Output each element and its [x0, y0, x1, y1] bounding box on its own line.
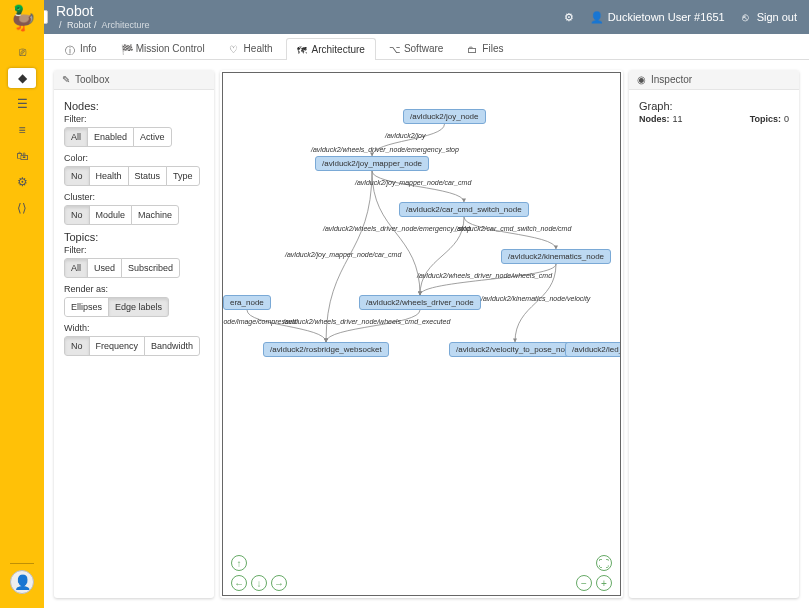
- topics-width-frequency[interactable]: Frequency: [89, 336, 146, 356]
- nodes-filter-all[interactable]: All: [64, 127, 88, 147]
- crumb-robot[interactable]: Robot: [67, 20, 91, 30]
- graph-edge-label: /avlduck2/joy_mapper_node/car_cmd: [285, 251, 401, 258]
- rail-item-5[interactable]: 🛍: [8, 146, 36, 166]
- topics-filter-subscribed[interactable]: Subscribed: [121, 258, 180, 278]
- heart-icon: ♡: [229, 44, 239, 54]
- gear-icon[interactable]: ⚙: [562, 10, 576, 24]
- graph-canvas-panel: ↑ ← ↓ → ⛶ − +: [220, 70, 623, 598]
- nodes-color-type[interactable]: Type: [166, 166, 200, 186]
- graph-edge-label: /avlduck2/car_cmd_switch_node/cmd: [455, 225, 571, 232]
- dashboard-icon: 🏁: [121, 44, 131, 54]
- nodes-filter-label: Filter:: [64, 114, 204, 124]
- topics-filter-label: Filter:: [64, 245, 204, 255]
- topics-render-edgelabels[interactable]: Edge labels: [108, 297, 169, 317]
- canvas-btn-zoom-out[interactable]: −: [576, 575, 592, 591]
- code-icon: ⌥: [389, 44, 399, 54]
- rail-item-settings[interactable]: ⚙: [8, 172, 36, 192]
- graph-node-kinematics[interactable]: /avlduck2/kinematics_node: [501, 249, 611, 264]
- graph-node-wheels_driver[interactable]: /avlduck2/wheels_driver_node: [359, 295, 481, 310]
- rail-item-1[interactable]: ⎚: [8, 42, 36, 62]
- inspector-topics-val: 0: [784, 114, 789, 124]
- canvas-btn-up[interactable]: ↑: [231, 555, 247, 571]
- logo[interactable]: 🦆: [4, 2, 40, 34]
- nodes-cluster-machine[interactable]: Machine: [131, 205, 179, 225]
- graph-node-velocity[interactable]: /avlduck2/velocity_to_pose_node: [449, 342, 581, 357]
- folder-icon: 🗀: [467, 44, 477, 54]
- page-header: ▸ Robot / Robot/ Architecture ⚙ 👤Duckiet…: [44, 0, 809, 34]
- nodes-color-health[interactable]: Health: [89, 166, 129, 186]
- user-icon: 👤: [590, 10, 604, 24]
- crumb-architecture: Architecture: [102, 20, 150, 30]
- topics-filter-group: All Used Subscribed: [64, 258, 204, 278]
- graph-node-car_cmd[interactable]: /avlduck2/car_cmd_switch_node: [399, 202, 529, 217]
- inspector-header: ◉Inspector: [629, 70, 799, 90]
- rail-item-4[interactable]: ≡: [8, 120, 36, 140]
- topics-filter-all[interactable]: All: [64, 258, 88, 278]
- inspector-topics-key: Topics:: [750, 114, 781, 124]
- canvas-btn-zoom-in[interactable]: +: [596, 575, 612, 591]
- inspector-nodes-key: Nodes:: [639, 114, 670, 124]
- nodes-cluster-module[interactable]: Module: [89, 205, 133, 225]
- graph-node-era[interactable]: era_node: [223, 295, 271, 310]
- topics-filter-used[interactable]: Used: [87, 258, 122, 278]
- eye-icon: ◉: [637, 74, 646, 85]
- page-title: Robot: [56, 3, 150, 20]
- nodes-color-no[interactable]: No: [64, 166, 90, 186]
- nodes-filter-enabled[interactable]: Enabled: [87, 127, 134, 147]
- nodes-color-group: No Health Status Type: [64, 166, 204, 186]
- nodes-cluster-no[interactable]: No: [64, 205, 90, 225]
- nodes-cluster-label: Cluster:: [64, 192, 204, 202]
- tab-health[interactable]: ♡Health: [218, 37, 284, 59]
- graph-edge-label: /avlduck2/joy: [385, 132, 425, 139]
- nodes-filter-active[interactable]: Active: [133, 127, 172, 147]
- tab-info[interactable]: ⓘInfo: [54, 37, 108, 59]
- graph-edge-label: /avlduck2/wheels_driver_node/emergency_s…: [323, 225, 471, 232]
- left-rail: 🦆 ⎚ ◆ ☰ ≡ 🛍 ⚙ ⟨⟩ 👤: [0, 0, 44, 608]
- canvas-btn-right[interactable]: →: [271, 575, 287, 591]
- graph-node-rosbridge[interactable]: /avlduck2/rosbridge_websocket: [263, 342, 389, 357]
- toolbox-header: ✎Toolbox: [54, 70, 214, 90]
- breadcrumb: / Robot/ Architecture: [56, 20, 150, 31]
- rail-item-3[interactable]: ☰: [8, 94, 36, 114]
- canvas-controls-right: ⛶ − +: [576, 555, 612, 591]
- canvas-btn-left[interactable]: ←: [231, 575, 247, 591]
- topics-render-group: Ellipses Edge labels: [64, 297, 204, 317]
- nodes-filter-group: All Enabled Active: [64, 127, 204, 147]
- tab-architecture[interactable]: 🗺Architecture: [286, 38, 376, 60]
- sidebar-toggle[interactable]: ▸: [44, 10, 48, 24]
- graph-node-joy_node[interactable]: /avlduck2/joy_node: [403, 109, 486, 124]
- wrench-icon: ✎: [62, 74, 70, 85]
- tab-files[interactable]: 🗀Files: [456, 37, 514, 59]
- topics-width-group: No Frequency Bandwidth: [64, 336, 204, 356]
- canvas-controls-left: ↑ ← ↓ →: [231, 555, 287, 591]
- tab-mission[interactable]: 🏁Mission Control: [110, 37, 216, 59]
- graph-canvas[interactable]: ↑ ← ↓ → ⛶ − +: [222, 72, 621, 596]
- rail-divider: [10, 563, 34, 564]
- user-menu[interactable]: 👤Duckietown User #1651: [590, 10, 725, 24]
- canvas-btn-fit[interactable]: ⛶: [596, 555, 612, 571]
- toolbox-panel: ✎Toolbox Nodes: Filter: All Enabled Acti…: [54, 70, 214, 598]
- graph-edge-label: /avlduck2/wheels_driver_node/wheels_cmd_…: [283, 318, 450, 325]
- rail-item-robot[interactable]: ◆: [8, 68, 36, 88]
- nodes-color-status[interactable]: Status: [128, 166, 168, 186]
- topics-render-ellipses[interactable]: Ellipses: [64, 297, 109, 317]
- topics-width-bandwidth[interactable]: Bandwidth: [144, 336, 200, 356]
- rail-item-code[interactable]: ⟨⟩: [8, 198, 36, 218]
- content: ✎Toolbox Nodes: Filter: All Enabled Acti…: [44, 60, 809, 608]
- avatar[interactable]: 👤: [10, 570, 34, 594]
- topics-section-title: Topics:: [64, 231, 204, 243]
- sitemap-icon: 🗺: [297, 45, 307, 55]
- graph-node-led[interactable]: /avlduck2/led_emitter_: [565, 342, 621, 357]
- signout-button[interactable]: ⎋Sign out: [739, 10, 797, 24]
- inspector-graph-title: Graph:: [639, 100, 789, 112]
- graph-edge-label: /avlduck2/wheels_driver_node/wheels_cmd: [417, 272, 552, 279]
- graph-node-joy_mapper[interactable]: /avlduck2/joy_mapper_node: [315, 156, 429, 171]
- nodes-cluster-group: No Module Machine: [64, 205, 204, 225]
- inspector-panel: ◉Inspector Graph: Nodes:11 Topics:0: [629, 70, 799, 598]
- canvas-btn-down[interactable]: ↓: [251, 575, 267, 591]
- topics-width-no[interactable]: No: [64, 336, 90, 356]
- graph-edge-label: /avlduck2/kinematics_node/velocity: [481, 295, 590, 302]
- tab-software[interactable]: ⌥Software: [378, 37, 454, 59]
- topics-width-label: Width:: [64, 323, 204, 333]
- topics-render-label: Render as:: [64, 284, 204, 294]
